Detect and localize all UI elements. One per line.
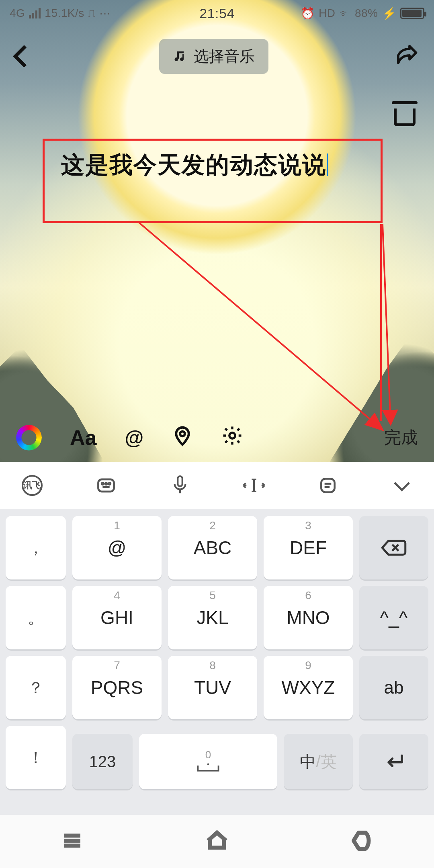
nav-recent-button[interactable] xyxy=(60,829,84,854)
key-9[interactable]: 9WXYZ xyxy=(264,656,353,719)
chevron-left-icon xyxy=(13,45,36,68)
settings-button[interactable] xyxy=(221,425,243,451)
more-icon: ⋯ xyxy=(99,7,111,20)
share-arrow-icon xyxy=(395,44,418,67)
compose-text-value: 这是我今天发的动态说说 xyxy=(61,151,326,178)
status-bar: 4G 15.1K/s ⎍ ⋯ 21:54 ⏰ HD ᯤ 88% ⚡ xyxy=(0,0,434,27)
nav-back-button[interactable] xyxy=(350,829,374,854)
nav-back-icon xyxy=(350,829,374,853)
keyboard: ， 1@ 2ABC 3DEF 。 4GHI 5JKL 6MNO ^_^ ？ 7P… xyxy=(0,509,434,868)
svg-rect-13 xyxy=(178,476,182,486)
wifi-icon: ᯤ xyxy=(339,7,351,20)
lang-a: 中 xyxy=(300,751,316,773)
lang-sep: / xyxy=(316,753,320,771)
key-1[interactable]: 1@ xyxy=(72,516,162,579)
lang-b: 英 xyxy=(321,751,337,773)
key-space[interactable]: 0 xyxy=(139,734,277,789)
select-music-button[interactable]: 选择音乐 xyxy=(159,39,268,74)
key-question[interactable]: ？ xyxy=(6,656,66,719)
mention-button[interactable]: @ xyxy=(125,427,143,449)
key-ab[interactable]: ab xyxy=(359,656,428,719)
key-6-label: MNO xyxy=(287,607,330,628)
svg-point-11 xyxy=(109,483,111,485)
done-button[interactable]: 完成 xyxy=(384,426,418,449)
signal-icon xyxy=(29,8,41,18)
key-4-label: GHI xyxy=(100,607,133,628)
key-6-num: 6 xyxy=(305,589,311,602)
voice-input-button[interactable] xyxy=(168,473,192,497)
navigation-bar xyxy=(0,815,434,868)
keyboard-type-button[interactable] xyxy=(94,473,118,497)
alarm-icon: ⏰ xyxy=(301,7,315,20)
enter-icon xyxy=(383,753,405,770)
font-style-button[interactable]: Aa xyxy=(70,426,96,450)
svg-point-7 xyxy=(229,432,235,438)
template-button[interactable] xyxy=(394,108,416,126)
top-bar: 选择音乐 xyxy=(0,36,434,76)
key-2-label: ABC xyxy=(194,537,232,559)
svg-rect-14 xyxy=(321,479,334,492)
key-5-label: JKL xyxy=(197,607,228,628)
key-7-num: 7 xyxy=(114,659,120,672)
key-2-num: 2 xyxy=(209,519,216,532)
back-button[interactable] xyxy=(16,48,32,64)
network-speed: 15.1K/s xyxy=(45,7,84,20)
cursor-move-button[interactable] xyxy=(242,473,266,497)
share-button[interactable] xyxy=(395,44,418,68)
key-backspace[interactable] xyxy=(359,516,428,579)
svg-point-9 xyxy=(102,483,103,485)
location-pin-icon xyxy=(172,425,193,446)
battery-icon xyxy=(400,8,424,19)
key-comma[interactable]: ， xyxy=(6,516,66,579)
key-emoji[interactable]: ^_^ xyxy=(359,586,428,649)
keyboard-accessory-bar: 讯飞 xyxy=(0,462,434,509)
key-4[interactable]: 4GHI xyxy=(72,586,162,649)
keyboard-icon xyxy=(96,475,117,496)
svg-point-17 xyxy=(207,763,209,765)
chevron-down-icon xyxy=(394,475,410,491)
usb-icon: ⎍ xyxy=(88,7,96,20)
key-enter[interactable] xyxy=(359,734,428,789)
collapse-keyboard-button[interactable] xyxy=(390,473,414,497)
key-8[interactable]: 8TUV xyxy=(168,656,257,719)
key-space-num: 0 xyxy=(205,749,211,761)
location-button[interactable] xyxy=(172,425,193,451)
key-exclaim[interactable]: ！ xyxy=(6,726,66,789)
backspace-icon xyxy=(381,538,407,557)
svg-point-6 xyxy=(180,431,185,436)
key-4-num: 4 xyxy=(114,589,120,602)
cursor-move-icon xyxy=(242,477,266,494)
gear-icon xyxy=(221,425,243,446)
key-2[interactable]: 2ABC xyxy=(168,516,257,579)
recent-apps-icon xyxy=(60,829,84,853)
text-caret xyxy=(327,154,328,176)
home-icon xyxy=(205,829,229,853)
key-3-label: DEF xyxy=(290,537,327,559)
key-numeric[interactable]: 123 xyxy=(72,734,133,789)
color-picker-button[interactable] xyxy=(16,425,42,450)
key-9-num: 9 xyxy=(305,659,311,672)
hd-label: HD xyxy=(319,7,335,20)
key-5[interactable]: 5JKL xyxy=(168,586,257,649)
ime-brand-button[interactable]: 讯飞 xyxy=(20,473,44,497)
network-type: 4G xyxy=(10,7,25,20)
nav-home-button[interactable] xyxy=(205,829,229,854)
key-1-label: @ xyxy=(108,537,127,559)
clipboard-icon xyxy=(318,475,338,495)
compose-toolbar: Aa @ 完成 xyxy=(0,413,434,462)
clipboard-button[interactable] xyxy=(316,473,340,497)
template-icon xyxy=(394,108,416,126)
key-7[interactable]: 7PQRS xyxy=(72,656,162,719)
key-8-num: 8 xyxy=(209,659,216,672)
svg-point-10 xyxy=(105,483,107,485)
compose-text-input[interactable]: 这是我今天发的动态说说 xyxy=(61,145,350,184)
key-language-toggle[interactable]: 中/英 xyxy=(284,734,353,789)
key-9-label: WXYZ xyxy=(282,677,335,698)
key-8-label: TUV xyxy=(194,677,231,698)
key-1-num: 1 xyxy=(114,519,120,532)
key-period[interactable]: 。 xyxy=(6,586,66,649)
key-5-num: 5 xyxy=(209,589,216,602)
key-3-num: 3 xyxy=(305,519,311,532)
key-6[interactable]: 6MNO xyxy=(264,586,353,649)
key-3[interactable]: 3DEF xyxy=(264,516,353,579)
